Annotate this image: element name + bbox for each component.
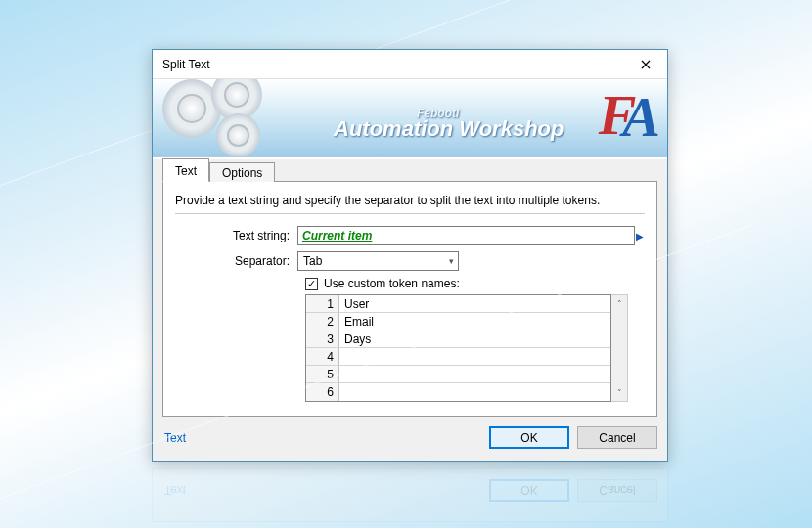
token-name-cell[interactable] (339, 383, 610, 401)
brand-title: Automation Workshop (334, 116, 564, 141)
token-name-cell[interactable] (339, 348, 610, 365)
table-row[interactable]: 5 (306, 366, 610, 383)
close-button[interactable] (623, 50, 667, 79)
token-name-cell[interactable]: Days (339, 330, 610, 347)
dialog-footer: Text OK Cancel (162, 417, 657, 449)
row-number: 2 (306, 313, 339, 330)
window-title: Split Text (153, 58, 623, 71)
tab-options[interactable]: Options (209, 162, 275, 182)
gear-icon (216, 113, 260, 157)
tab-strip: Text Options (162, 160, 657, 182)
token-name-cell[interactable]: User (339, 295, 610, 312)
token-grid[interactable]: 1 User 2 Email 3 Days 4 (305, 294, 611, 402)
row-number: 4 (306, 348, 339, 365)
tab-label: Text (175, 164, 197, 178)
token-name-cell[interactable]: Email (339, 313, 610, 330)
help-link[interactable]: Text (162, 431, 186, 445)
text-string-input[interactable]: Current item (297, 226, 635, 245)
cancel-button[interactable]: Cancel (577, 426, 657, 449)
cancel-label: Cancel (599, 431, 635, 445)
brand-logo: FA (593, 84, 653, 150)
tab-label: Options (222, 166, 262, 180)
row-number: 3 (306, 330, 339, 347)
vertical-scrollbar[interactable]: ˄ ˅ (611, 294, 628, 402)
row-number: 5 (306, 366, 339, 382)
separator-line (175, 213, 645, 214)
separator-value: Tab (303, 254, 322, 268)
chevron-down-icon: ▾ (449, 256, 454, 266)
token-name-cell[interactable] (339, 366, 610, 382)
client-area: Text Options Provide a text string and s… (153, 159, 667, 461)
close-icon (641, 60, 651, 69)
text-string-label: Text string: (175, 229, 297, 242)
tab-panel-text: Provide a text string and specify the se… (162, 181, 657, 417)
separator-label: Separator: (175, 254, 297, 268)
row-number: 1 (306, 295, 339, 312)
table-row[interactable]: 1 User (306, 295, 610, 313)
banner-title: Febooti Automation Workshop (334, 107, 564, 142)
table-row[interactable]: 2 Email (306, 313, 610, 330)
scroll-up-button[interactable]: ˄ (611, 295, 627, 312)
separator-select[interactable]: Tab ▾ (297, 251, 459, 271)
row-number: 6 (306, 383, 339, 401)
custom-tokens-label: Use custom token names: (324, 277, 460, 290)
dialog-window: Split Text Febooti Automation Workshop F… (152, 49, 668, 462)
table-row[interactable]: 4 (306, 348, 610, 366)
scroll-down-button[interactable]: ˅ (611, 384, 627, 401)
scroll-track[interactable] (611, 312, 627, 384)
text-string-value: Current item (302, 229, 372, 242)
ok-button[interactable]: OK (489, 426, 569, 449)
table-row[interactable]: 3 Days (306, 330, 610, 348)
titlebar: Split Text (153, 50, 667, 79)
panel-description: Provide a text string and specify the se… (175, 194, 645, 207)
banner: Febooti Automation Workshop FA (153, 79, 667, 157)
variable-picker-button[interactable]: ▶ (635, 226, 645, 245)
ok-label: OK (520, 431, 537, 445)
table-row[interactable]: 6 (306, 383, 610, 401)
custom-tokens-checkbox[interactable]: ✓ (305, 278, 318, 290)
tab-text[interactable]: Text (162, 158, 209, 182)
